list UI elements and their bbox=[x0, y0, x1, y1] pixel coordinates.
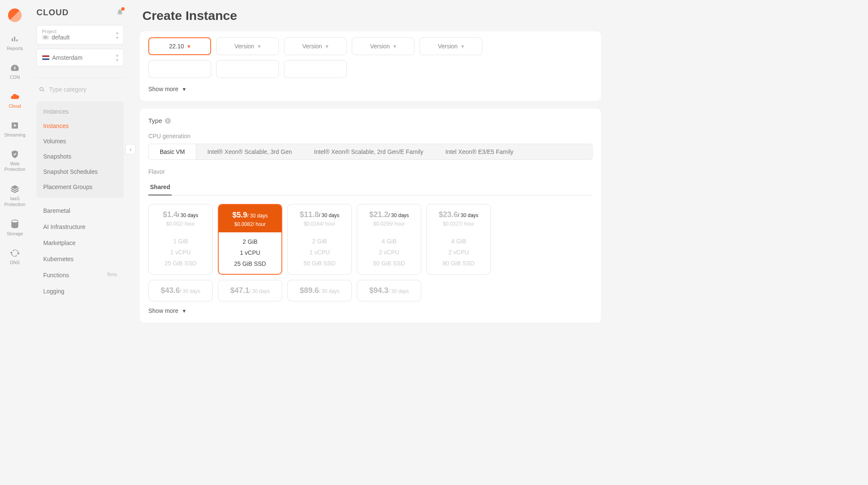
shield-check-icon bbox=[10, 149, 20, 159]
project-selector[interactable]: Project IDdefault ▴▾ bbox=[36, 25, 124, 45]
flavor-card[interactable]: $1.4/ 30 days$0.002/ hour 1 GiB1 vCPU25 … bbox=[148, 204, 213, 275]
rail-iaas-protection[interactable]: IaaS Protection bbox=[0, 184, 30, 207]
icon-rail: Reports CDN Cloud Streaming Web Protecti… bbox=[0, 0, 30, 343]
flag-nl-icon bbox=[42, 55, 50, 60]
nav-marketplace[interactable]: Marketplace bbox=[36, 235, 124, 251]
region-selector[interactable]: Amsterdam ▴▾ bbox=[36, 49, 124, 66]
rail-web-protection[interactable]: Web Protection bbox=[0, 149, 30, 172]
layers-icon bbox=[10, 184, 20, 194]
play-icon bbox=[10, 120, 20, 131]
version-option-empty[interactable] bbox=[216, 60, 279, 78]
chevron-down-icon: ▾ bbox=[258, 43, 261, 50]
rail-storage[interactable]: Storage bbox=[7, 219, 23, 236]
notifications-icon[interactable] bbox=[116, 8, 124, 17]
cloud-icon bbox=[10, 92, 20, 102]
cpu-tab-basic[interactable]: Basic VM bbox=[149, 144, 196, 159]
version-option-empty[interactable] bbox=[148, 60, 211, 78]
chevron-down-icon: ▾ bbox=[326, 43, 328, 50]
cpu-generation-tabs: Basic VM Intel® Xeon® Scalable, 3rd Gen … bbox=[148, 144, 593, 160]
show-more-images[interactable]: Show more▾ bbox=[148, 86, 593, 92]
nav-group-instances: Instances Instances Volumes Snapshots Sn… bbox=[36, 101, 124, 198]
version-option-empty[interactable] bbox=[284, 60, 347, 78]
version-option[interactable]: Version▾ bbox=[284, 37, 347, 55]
flavor-grid: $1.4/ 30 days$0.002/ hour 1 GiB1 vCPU25 … bbox=[148, 204, 593, 275]
type-label: Typei bbox=[148, 117, 593, 124]
sidebar-title: CLOUD bbox=[36, 8, 69, 17]
reports-icon bbox=[10, 34, 20, 44]
nav-snapshots[interactable]: Snapshots bbox=[36, 149, 124, 164]
nav-ai-infrastructure[interactable]: AI Infrastructure bbox=[36, 219, 124, 234]
flavor-card[interactable]: $23.6/ 30 days$0.0327/ hour 4 GiB2 vCPU8… bbox=[426, 204, 491, 275]
search-icon bbox=[39, 86, 45, 93]
nav-instances[interactable]: Instances bbox=[36, 118, 124, 134]
logo bbox=[8, 8, 22, 22]
database-icon bbox=[10, 219, 20, 229]
sync-icon bbox=[10, 248, 20, 258]
version-option[interactable]: Version▾ bbox=[420, 37, 482, 55]
flavor-card-selected[interactable]: $5.9/ 30 days$0.0082/ hour 2 GiB1 vCPU25… bbox=[218, 204, 282, 275]
chevron-down-icon: ▾ bbox=[393, 43, 396, 50]
flavor-card[interactable]: $43.6/ 30 days bbox=[148, 280, 213, 301]
nav-logging[interactable]: Logging bbox=[36, 284, 124, 299]
cpu-tab-xeon-2nd[interactable]: Intel® Xeon® Scalable, 2rd Gen/E Family bbox=[303, 144, 434, 159]
chevron-down-icon: ▾ bbox=[187, 43, 190, 50]
chevron-down-icon: ▾ bbox=[183, 307, 186, 314]
flavor-tab-shared[interactable]: Shared bbox=[148, 179, 172, 195]
flavor-card[interactable]: $94.3/ 30 days bbox=[357, 280, 421, 301]
flavor-label: Flavor bbox=[148, 168, 593, 175]
info-icon[interactable]: i bbox=[165, 118, 171, 124]
flavor-card[interactable]: $89.6/ 30 days bbox=[287, 280, 352, 301]
sidebar: CLOUD Project IDdefault ▴▾ Amsterdam ▴▾ … bbox=[30, 0, 131, 343]
chevron-updown-icon: ▴▾ bbox=[116, 53, 118, 62]
rail-streaming[interactable]: Streaming bbox=[4, 120, 25, 137]
cpu-gen-label: CPU generation bbox=[148, 133, 593, 139]
cpu-tab-xeon-3rd[interactable]: Intel® Xeon® Scalable, 3rd Gen bbox=[196, 144, 303, 159]
nav-kubernetes[interactable]: Kubernetes bbox=[36, 251, 124, 267]
nav-placement-groups[interactable]: Placement Groups bbox=[36, 179, 124, 195]
chevron-down-icon: ▾ bbox=[183, 86, 186, 92]
chevron-down-icon: ▾ bbox=[461, 43, 464, 50]
search-input[interactable] bbox=[49, 86, 121, 93]
rail-cloud[interactable]: Cloud bbox=[9, 92, 21, 109]
chevron-updown-icon: ▴▾ bbox=[116, 30, 118, 40]
image-version-panel: 22.10▾ Version▾ Version▾ Version▾ Versio… bbox=[140, 31, 601, 101]
flavor-card[interactable]: $11.8/ 30 days$0.0164/ hour 2 GiB1 vCPU5… bbox=[287, 204, 352, 275]
version-option-selected[interactable]: 22.10▾ bbox=[148, 37, 211, 55]
cpu-tab-xeon-e3e5[interactable]: Intel Xeon® E3/E5 Family bbox=[434, 144, 525, 159]
nav-baremetal[interactable]: Baremetal bbox=[36, 203, 124, 218]
nav-functions[interactable]: FunctionsBeta bbox=[36, 268, 124, 283]
nav-volumes[interactable]: Volumes bbox=[36, 134, 124, 149]
page-title: Create Instance bbox=[142, 8, 598, 23]
rail-dns[interactable]: DNS bbox=[10, 248, 20, 265]
main: Create Instance 22.10▾ Version▾ Version▾… bbox=[131, 0, 610, 343]
nav-snapshot-schedules[interactable]: Snapshot Schedules bbox=[36, 164, 124, 179]
category-search[interactable] bbox=[36, 84, 124, 95]
version-option[interactable]: Version▾ bbox=[216, 37, 279, 55]
collapse-sidebar-button[interactable]: ‹ bbox=[125, 144, 136, 154]
flavor-card[interactable]: $21.2/ 30 days$0.0295/ hour 4 GiB2 vCPU5… bbox=[357, 204, 421, 275]
flavor-grid-row2: $43.6/ 30 days $47.1/ 30 days $89.6/ 30 … bbox=[148, 280, 593, 301]
type-panel: Typei CPU generation Basic VM Intel® Xeo… bbox=[140, 109, 601, 323]
flavor-card[interactable]: $47.1/ 30 days bbox=[218, 280, 282, 301]
version-option[interactable]: Version▾ bbox=[352, 37, 415, 55]
speedometer-icon bbox=[10, 63, 20, 73]
show-more-flavors[interactable]: Show more▾ bbox=[148, 307, 593, 314]
rail-cdn[interactable]: CDN bbox=[10, 63, 20, 80]
rail-reports[interactable]: Reports bbox=[7, 34, 23, 51]
